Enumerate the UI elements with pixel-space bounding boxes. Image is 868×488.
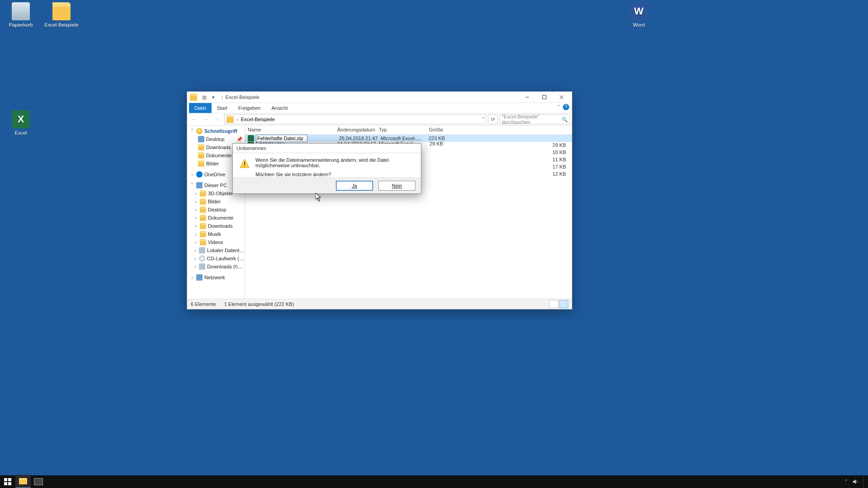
tab-home[interactable]: Start <box>212 103 233 113</box>
qat-separator: | <box>222 94 223 100</box>
folder-icon <box>226 116 234 123</box>
file-row[interactable]: 25.04.2018 21:47 Microsoft Excel-Ar... 2… <box>245 135 572 142</box>
maximize-button[interactable] <box>536 92 553 103</box>
chevron-right-icon[interactable]: › <box>236 117 238 122</box>
file-size: 223 KB <box>421 136 445 141</box>
col-name[interactable]: Name <box>248 127 337 132</box>
dialog-text: Wenn Sie die Dateinamenerweiterung änder… <box>255 157 415 178</box>
desktop-icon-label: Excel <box>4 130 38 136</box>
drive-icon <box>199 247 205 253</box>
status-count: 6 Elemente <box>191 301 216 307</box>
col-date[interactable]: Änderungsdatum <box>337 127 379 132</box>
svg-rect-2 <box>244 166 245 167</box>
desktop-icon-label: Excel-Beispiele <box>44 22 79 28</box>
folder-icon <box>200 190 206 197</box>
nav-net-downloads[interactable]: ›Downloads (\\vbox: <box>187 263 245 271</box>
yes-button[interactable]: Ja <box>336 181 373 191</box>
column-headers[interactable]: Name Änderungsdatum Typ Größe <box>245 125 572 135</box>
desktop-icon-label: Word <box>622 22 656 28</box>
nav-downloads-pc[interactable]: ›Downloads <box>187 222 245 230</box>
desktop-icon-word[interactable]: W Word <box>622 2 656 28</box>
mouse-cursor-icon <box>316 193 321 202</box>
tab-share[interactable]: Freigeben <box>233 103 266 113</box>
search-icon: 🔍 <box>561 117 568 122</box>
file-type: Microsoft Excel-Ar... <box>381 136 421 141</box>
qat-properties-icon[interactable]: ▥ <box>201 94 208 101</box>
nav-videos[interactable]: ›Videos <box>187 238 245 246</box>
cloud-icon <box>196 171 203 178</box>
network-drive-icon <box>199 263 205 270</box>
ribbon-tabs: Datei Start Freigeben Ansicht ˅ ? <box>187 103 572 113</box>
rename-dialog: Umbenennen Wenn Sie die Dateinamenerweit… <box>232 143 421 194</box>
tab-file[interactable]: Datei <box>189 103 212 113</box>
svg-rect-1 <box>244 162 245 165</box>
excel-file-icon <box>248 135 254 141</box>
nav-up-button[interactable]: ↑ <box>212 114 222 124</box>
nav-forward-button[interactable]: → <box>201 114 211 124</box>
volume-icon[interactable] <box>852 479 859 485</box>
nav-network[interactable]: ›Netzwerk <box>187 273 245 282</box>
file-size: 29 KB <box>420 142 443 145</box>
recycle-bin-icon <box>12 2 30 20</box>
nav-pictures-pc[interactable]: ›Bilder <box>187 197 245 206</box>
show-desktop-button[interactable] <box>863 475 866 488</box>
nav-documents-pc[interactable]: ›Dokumente <box>187 214 245 222</box>
desktop-icon-folder[interactable]: Excel-Beispiele <box>44 2 79 28</box>
folder-icon <box>200 198 206 205</box>
start-button[interactable] <box>0 475 15 488</box>
taskbar: ˄ <box>0 475 868 488</box>
star-icon <box>196 128 203 134</box>
nav-desktop[interactable]: Desktop📌 <box>187 135 245 143</box>
qat-newfolder-icon[interactable]: ▾ <box>210 94 217 101</box>
desktop-icon-recycle-bin[interactable]: Papierkorb <box>4 2 38 28</box>
status-bar: 6 Elemente 1 Element ausgewählt (222 KB) <box>187 299 572 309</box>
status-selection: 1 Element ausgewählt (222 KB) <box>224 301 294 307</box>
pc-icon <box>196 182 203 188</box>
taskbar-explorer-button[interactable] <box>15 475 31 488</box>
view-large-button[interactable] <box>559 300 568 308</box>
col-type[interactable]: Typ <box>379 127 420 132</box>
nav-desktop-pc[interactable]: ›Desktop <box>187 206 245 214</box>
breadcrumb[interactable]: › Excel-Beispiele ˅ <box>224 114 486 124</box>
address-bar-row: ← → ↑ › Excel-Beispiele ˅ ⟳ "Excel-Beisp… <box>187 113 572 126</box>
tab-view[interactable]: Ansicht <box>266 103 293 113</box>
folder-icon <box>200 206 206 213</box>
desktop-icon-excel[interactable]: X Excel <box>4 110 38 136</box>
chevron-down-icon[interactable]: ˅ <box>482 117 485 122</box>
nav-local-disk[interactable]: ›Lokaler Datenträger <box>187 246 245 254</box>
view-details-button[interactable] <box>549 300 558 308</box>
nav-cd-drive[interactable]: ›CD-Laufwerk (D:) Vi <box>187 254 245 263</box>
dialog-line1: Wenn Sie die Dateinamenerweiterung änder… <box>255 157 415 168</box>
no-button[interactable]: Nein <box>378 181 415 191</box>
search-placeholder: "Excel-Beispiele" durchsuchen <box>502 114 568 125</box>
tray-chevron-up-icon[interactable]: ˄ <box>845 479 848 485</box>
folder-icon <box>200 215 206 221</box>
nav-music[interactable]: ›Musik <box>187 230 245 238</box>
taskbar-taskview-button[interactable] <box>31 475 46 488</box>
svg-rect-0 <box>542 95 546 99</box>
folder-icon <box>190 94 197 101</box>
nav-quick-access[interactable]: ˅Schnellzugriff <box>187 127 245 135</box>
search-input[interactable]: "Excel-Beispiele" durchsuchen 🔍 <box>500 114 570 124</box>
minimize-button[interactable] <box>519 92 536 103</box>
dialog-title[interactable]: Umbenennen <box>233 144 421 153</box>
col-size[interactable]: Größe <box>420 127 443 132</box>
folder-icon <box>198 152 204 159</box>
cd-icon <box>199 255 205 262</box>
excel-icon: X <box>12 110 30 128</box>
rename-input[interactable] <box>256 135 307 142</box>
folder-icon <box>200 231 206 237</box>
svg-rect-3 <box>4 478 7 481</box>
nav-back-button[interactable]: ← <box>189 114 199 124</box>
desktop-icon <box>198 136 204 142</box>
close-button[interactable] <box>553 92 570 103</box>
titlebar[interactable]: ▥ ▾ | Excel-Beispiele <box>187 92 572 103</box>
taskview-icon <box>34 478 43 485</box>
ribbon-collapse-icon[interactable]: ˅ <box>557 104 560 110</box>
help-icon[interactable]: ? <box>563 104 569 110</box>
system-tray[interactable]: ˄ <box>845 475 868 488</box>
refresh-button[interactable]: ⟳ <box>488 114 498 124</box>
breadcrumb-segment[interactable]: Excel-Beispiele <box>241 117 275 122</box>
dialog-line2: Möchten Sie sie trotzdem ändern? <box>255 172 415 177</box>
file-sizes-peek: 29 KB 10 KB 11 KB 17 KB 12 KB <box>552 141 566 178</box>
